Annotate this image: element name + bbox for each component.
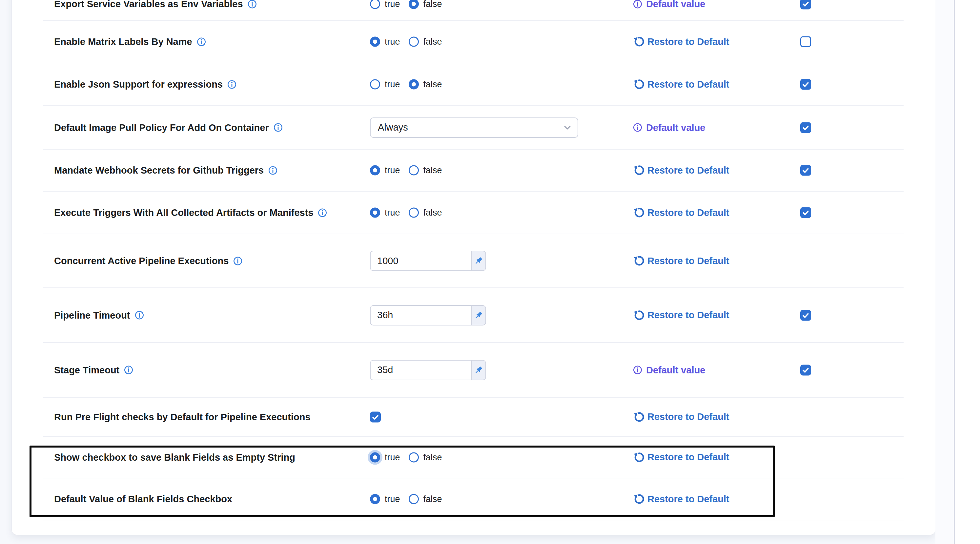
setting-enabled-checkbox[interactable] bbox=[800, 365, 811, 375]
info-icon bbox=[233, 256, 243, 266]
pipeline-timeout-input[interactable] bbox=[370, 305, 472, 325]
radio-option-true[interactable]: true bbox=[370, 452, 400, 462]
setting-label-text: Default Image Pull Policy For Add On Con… bbox=[54, 122, 269, 133]
setting-row-default-blank-fields-value: Default Value of Blank Fields Checkboxtr… bbox=[12, 478, 935, 520]
setting-action: Restore to Default bbox=[633, 207, 729, 218]
setting-control: truefalse bbox=[370, 494, 451, 504]
radio-option-true[interactable]: true bbox=[370, 0, 400, 9]
info-icon bbox=[633, 123, 643, 132]
info-icon bbox=[633, 365, 643, 375]
radio-false-label: false bbox=[423, 165, 442, 175]
pin-button[interactable] bbox=[472, 360, 486, 380]
run-preflight-checks-checkbox[interactable] bbox=[370, 412, 381, 422]
radio-false-label: false bbox=[423, 37, 442, 47]
radio-option-false[interactable]: false bbox=[409, 208, 442, 218]
info-icon bbox=[273, 123, 283, 132]
radio-option-true[interactable]: true bbox=[370, 80, 400, 89]
radio-option-true[interactable]: true bbox=[370, 494, 400, 504]
restore-to-default-button[interactable]: Restore to Default bbox=[633, 310, 729, 321]
setting-control bbox=[370, 250, 486, 271]
radio-option-false[interactable]: false bbox=[409, 80, 442, 89]
setting-action: Default value bbox=[633, 365, 705, 375]
pin-icon bbox=[474, 256, 484, 266]
stage-timeout-input[interactable] bbox=[370, 360, 472, 380]
pin-button[interactable] bbox=[472, 305, 486, 325]
radio-option-false[interactable]: false bbox=[409, 165, 442, 175]
action-label: Restore to Default bbox=[648, 79, 729, 90]
setting-enabled-cell bbox=[800, 0, 811, 10]
setting-label: Stage Timeout bbox=[54, 365, 134, 375]
setting-row-mandate-webhook-secrets: Mandate Webhook Secrets for Github Trigg… bbox=[12, 149, 935, 191]
radio-true-circle[interactable] bbox=[370, 208, 380, 218]
radio-false-label: false bbox=[423, 208, 442, 218]
setting-enabled-checkbox[interactable] bbox=[800, 310, 811, 321]
restore-to-default-button[interactable]: Restore to Default bbox=[633, 493, 729, 505]
action-label: Restore to Default bbox=[648, 412, 729, 422]
action-label: Restore to Default bbox=[648, 37, 729, 47]
restore-icon bbox=[633, 79, 644, 90]
pin-button[interactable] bbox=[472, 250, 486, 271]
setting-action: Default value bbox=[633, 122, 705, 133]
restore-to-default-button[interactable]: Restore to Default bbox=[633, 412, 729, 423]
restore-icon bbox=[633, 165, 644, 176]
restore-icon bbox=[633, 452, 644, 463]
setting-enabled-checkbox[interactable] bbox=[800, 165, 811, 176]
radio-true-circle[interactable] bbox=[370, 494, 380, 504]
restore-icon bbox=[633, 255, 644, 266]
radio-false-circle[interactable] bbox=[409, 37, 419, 47]
setting-enabled-checkbox[interactable] bbox=[800, 79, 811, 90]
radio-option-false[interactable]: false bbox=[409, 452, 442, 462]
info-icon bbox=[134, 310, 144, 320]
radio-option-false[interactable]: false bbox=[409, 0, 442, 9]
setting-enabled-checkbox[interactable] bbox=[800, 37, 811, 47]
setting-action: Restore to Default bbox=[633, 493, 729, 505]
default-value-button[interactable]: Default value bbox=[633, 122, 705, 133]
radio-false-circle[interactable] bbox=[409, 208, 419, 218]
radio-true-circle[interactable] bbox=[370, 0, 380, 9]
default-value-button[interactable]: Default value bbox=[633, 0, 705, 10]
radio-option-true[interactable]: true bbox=[370, 208, 400, 218]
setting-label: Concurrent Active Pipeline Executions bbox=[54, 255, 243, 266]
radio-option-true[interactable]: true bbox=[370, 165, 400, 175]
concurrent-pipeline-executions-input[interactable] bbox=[370, 250, 472, 271]
info-icon bbox=[124, 365, 134, 375]
restore-to-default-button[interactable]: Restore to Default bbox=[633, 36, 729, 47]
restore-to-default-button[interactable]: Restore to Default bbox=[633, 165, 729, 176]
setting-label-text: Concurrent Active Pipeline Executions bbox=[54, 255, 229, 266]
radio-false-circle[interactable] bbox=[409, 0, 419, 9]
setting-control: truefalse bbox=[370, 37, 451, 47]
default-value-button[interactable]: Default value bbox=[633, 365, 705, 375]
setting-row-pipeline-timeout: Pipeline TimeoutRestore to Default bbox=[12, 288, 935, 343]
setting-enabled-checkbox[interactable] bbox=[800, 0, 811, 10]
action-label: Restore to Default bbox=[648, 494, 729, 505]
setting-label-text: Run Pre Flight checks by Default for Pip… bbox=[54, 412, 310, 422]
radio-false-circle[interactable] bbox=[409, 452, 419, 462]
setting-enabled-checkbox[interactable] bbox=[800, 122, 811, 133]
chevron-down-icon bbox=[564, 125, 571, 130]
default-image-pull-policy-select[interactable]: Always bbox=[370, 118, 578, 138]
setting-action: Restore to Default bbox=[633, 452, 729, 463]
restore-to-default-button[interactable]: Restore to Default bbox=[633, 207, 729, 218]
info-icon bbox=[247, 0, 257, 9]
radio-false-circle[interactable] bbox=[409, 494, 419, 504]
setting-enabled-cell bbox=[800, 310, 811, 321]
setting-enabled-checkbox[interactable] bbox=[800, 207, 811, 218]
radio-true-circle[interactable] bbox=[370, 80, 380, 89]
radio-option-false[interactable]: false bbox=[409, 37, 442, 47]
action-label: Restore to Default bbox=[648, 452, 729, 463]
radio-true-circle[interactable] bbox=[370, 452, 380, 462]
setting-row-execute-triggers-artifacts: Execute Triggers With All Collected Arti… bbox=[12, 191, 935, 234]
restore-to-default-button[interactable]: Restore to Default bbox=[633, 452, 729, 463]
info-icon bbox=[227, 80, 237, 89]
radio-true-circle[interactable] bbox=[370, 165, 380, 175]
setting-action: Default value bbox=[633, 0, 705, 10]
right-gutter bbox=[935, 0, 954, 544]
setting-label-text: Default Value of Blank Fields Checkbox bbox=[54, 494, 232, 505]
restore-to-default-button[interactable]: Restore to Default bbox=[633, 255, 729, 266]
restore-to-default-button[interactable]: Restore to Default bbox=[633, 79, 729, 90]
radio-false-circle[interactable] bbox=[409, 80, 419, 89]
radio-true-circle[interactable] bbox=[370, 37, 380, 47]
radio-option-false[interactable]: false bbox=[409, 494, 442, 504]
radio-option-true[interactable]: true bbox=[370, 37, 400, 47]
radio-false-circle[interactable] bbox=[409, 165, 419, 175]
